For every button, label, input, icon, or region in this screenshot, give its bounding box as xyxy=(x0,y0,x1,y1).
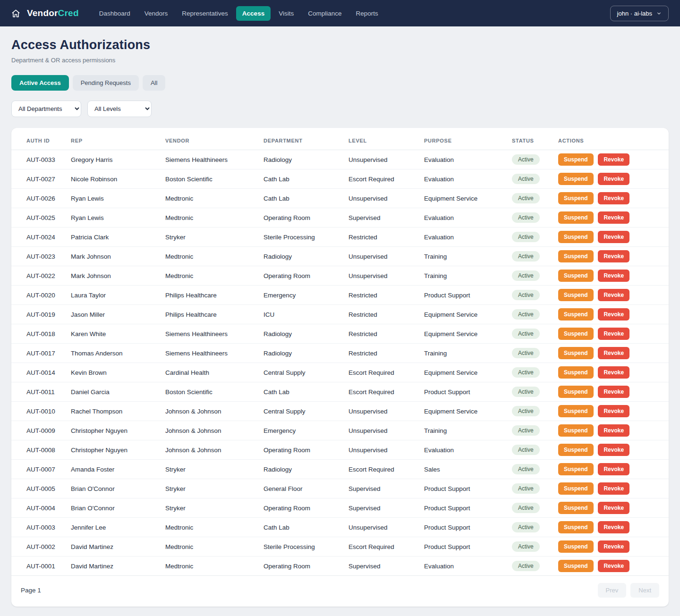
suspend-button[interactable]: Suspend xyxy=(558,444,594,456)
table-row: AUT-0022 Mark Johnson Medtronic Operatin… xyxy=(11,266,669,286)
suspend-button[interactable]: Suspend xyxy=(558,328,594,340)
suspend-button[interactable]: Suspend xyxy=(558,231,594,243)
revoke-button[interactable]: Revoke xyxy=(598,560,629,572)
prev-button[interactable]: Prev xyxy=(598,583,627,598)
department-filter[interactable]: All Departments xyxy=(11,101,81,117)
nav-item-access[interactable]: Access xyxy=(236,6,271,21)
revoke-button[interactable]: Revoke xyxy=(598,173,629,185)
status-badge: Active xyxy=(512,464,540,474)
suspend-button[interactable]: Suspend xyxy=(558,250,594,262)
table-row: AUT-0026 Ryan Lewis Medtronic Cath Lab U… xyxy=(11,189,669,208)
cell-status: Active xyxy=(506,498,552,518)
suspend-button[interactable]: Suspend xyxy=(558,482,594,495)
revoke-button[interactable]: Revoke xyxy=(598,463,629,475)
suspend-button[interactable]: Suspend xyxy=(558,289,594,301)
nav-item-dashboard[interactable]: Dashboard xyxy=(93,6,136,21)
nav-item-vendors[interactable]: Vendors xyxy=(138,6,174,21)
cell-rep: Jennifer Lee xyxy=(65,518,160,537)
home-button[interactable] xyxy=(11,9,20,18)
cell-actions: Suspend Revoke xyxy=(552,498,669,518)
suspend-button[interactable]: Suspend xyxy=(558,153,594,166)
suspend-button[interactable]: Suspend xyxy=(558,560,594,572)
suspend-button[interactable]: Suspend xyxy=(558,270,594,282)
tab-active-access[interactable]: Active Access xyxy=(11,75,69,91)
table-row: AUT-0014 Kevin Brown Cardinal Health Cen… xyxy=(11,363,669,382)
suspend-button[interactable]: Suspend xyxy=(558,308,594,321)
revoke-button[interactable]: Revoke xyxy=(598,366,629,379)
suspend-button[interactable]: Suspend xyxy=(558,540,594,553)
cell-vendor: Siemens Healthineers xyxy=(160,324,258,344)
table-row: AUT-0001 David Martinez Medtronic Operat… xyxy=(11,557,669,576)
revoke-button[interactable]: Revoke xyxy=(598,308,629,321)
cell-purpose: Equipment Service xyxy=(418,189,506,208)
revoke-button[interactable]: Revoke xyxy=(598,424,629,437)
revoke-button[interactable]: Revoke xyxy=(598,444,629,456)
cell-level: Unsupervised xyxy=(343,402,418,421)
cell-status: Active xyxy=(506,537,552,557)
cell-status: Active xyxy=(506,189,552,208)
revoke-button[interactable]: Revoke xyxy=(598,231,629,243)
col-auth-id: AUTH ID xyxy=(11,128,65,150)
level-filter[interactable]: All Levels xyxy=(87,101,152,117)
table-row: AUT-0007 Amanda Foster Stryker Radiology… xyxy=(11,460,669,479)
cell-department: Radiology xyxy=(258,150,343,169)
suspend-button[interactable]: Suspend xyxy=(558,424,594,437)
cell-level: Restricted xyxy=(343,344,418,363)
revoke-button[interactable]: Revoke xyxy=(598,289,629,301)
cell-level: Escort Required xyxy=(343,363,418,382)
cell-status: Active xyxy=(506,557,552,576)
revoke-button[interactable]: Revoke xyxy=(598,386,629,398)
status-badge: Active xyxy=(512,193,540,203)
suspend-button[interactable]: Suspend xyxy=(558,173,594,185)
cell-rep: Brian O'Connor xyxy=(65,498,160,518)
nav-item-representatives[interactable]: Representatives xyxy=(176,6,234,21)
revoke-button[interactable]: Revoke xyxy=(598,347,629,359)
revoke-button[interactable]: Revoke xyxy=(598,540,629,553)
cell-auth-id: AUT-0010 xyxy=(11,402,65,421)
suspend-button[interactable]: Suspend xyxy=(558,347,594,359)
table-row: AUT-0017 Thomas Anderson Siemens Healthi… xyxy=(11,344,669,363)
revoke-button[interactable]: Revoke xyxy=(598,405,629,417)
suspend-button[interactable]: Suspend xyxy=(558,366,594,379)
cell-auth-id: AUT-0009 xyxy=(11,421,65,440)
revoke-button[interactable]: Revoke xyxy=(598,328,629,340)
cell-actions: Suspend Revoke xyxy=(552,421,669,440)
suspend-button[interactable]: Suspend xyxy=(558,502,594,514)
nav-item-compliance[interactable]: Compliance xyxy=(302,6,348,21)
tab-pending-requests[interactable]: Pending Requests xyxy=(73,75,139,91)
revoke-button[interactable]: Revoke xyxy=(598,270,629,282)
cell-actions: Suspend Revoke xyxy=(552,208,669,228)
suspend-button[interactable]: Suspend xyxy=(558,386,594,398)
cell-rep: David Martinez xyxy=(65,557,160,576)
suspend-button[interactable]: Suspend xyxy=(558,405,594,417)
revoke-button[interactable]: Revoke xyxy=(598,521,629,533)
status-badge: Active xyxy=(512,348,540,358)
tab-all[interactable]: All xyxy=(143,75,165,91)
suspend-button[interactable]: Suspend xyxy=(558,521,594,533)
revoke-button[interactable]: Revoke xyxy=(598,211,629,224)
cell-auth-id: AUT-0019 xyxy=(11,305,65,324)
user-menu-button[interactable]: john · ai-labs xyxy=(610,6,669,21)
suspend-button[interactable]: Suspend xyxy=(558,463,594,475)
revoke-button[interactable]: Revoke xyxy=(598,482,629,495)
revoke-button[interactable]: Revoke xyxy=(598,192,629,204)
next-button[interactable]: Next xyxy=(630,583,659,598)
suspend-button[interactable]: Suspend xyxy=(558,192,594,204)
status-badge: Active xyxy=(512,367,540,378)
cell-actions: Suspend Revoke xyxy=(552,266,669,286)
status-badge: Active xyxy=(512,387,540,397)
suspend-button[interactable]: Suspend xyxy=(558,211,594,224)
cell-purpose: Evaluation xyxy=(418,228,506,247)
revoke-button[interactable]: Revoke xyxy=(598,502,629,514)
cell-department: Radiology xyxy=(258,247,343,266)
brand-logo[interactable]: VendorCred xyxy=(27,8,79,18)
cell-department: Radiology xyxy=(258,324,343,344)
cell-department: General Floor xyxy=(258,479,343,498)
cell-actions: Suspend Revoke xyxy=(552,479,669,498)
navbar: VendorCred Dashboard Vendors Representat… xyxy=(0,0,680,26)
nav-item-visits[interactable]: Visits xyxy=(272,6,300,21)
nav-item-reports[interactable]: Reports xyxy=(349,6,384,21)
table-header-row: AUTH ID REP VENDOR DEPARTMENT LEVEL PURP… xyxy=(11,128,669,150)
revoke-button[interactable]: Revoke xyxy=(598,250,629,262)
revoke-button[interactable]: Revoke xyxy=(598,153,629,166)
